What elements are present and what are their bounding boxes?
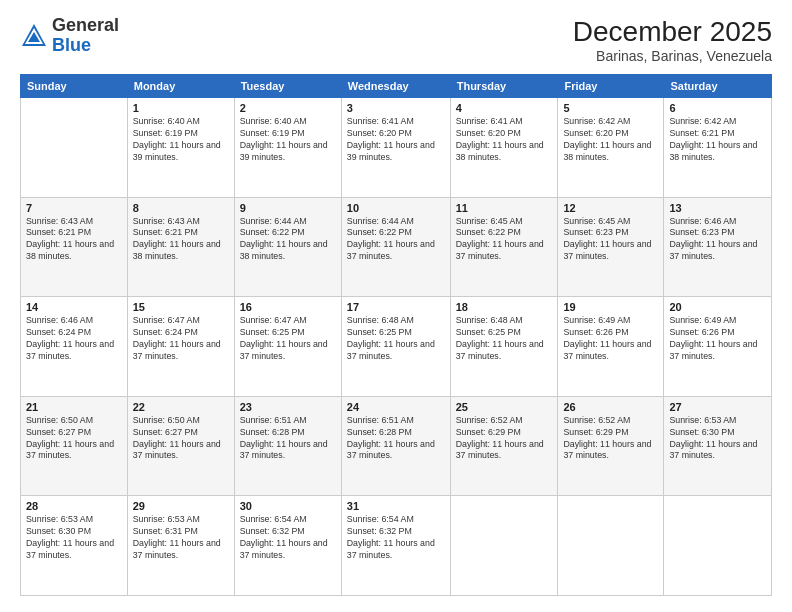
calendar-cell: 21Sunrise: 6:50 AMSunset: 6:27 PMDayligh… xyxy=(21,396,128,496)
cell-info: Sunrise: 6:40 AMSunset: 6:19 PMDaylight:… xyxy=(240,116,336,164)
calendar-cell: 28Sunrise: 6:53 AMSunset: 6:30 PMDayligh… xyxy=(21,496,128,596)
calendar-cell: 25Sunrise: 6:52 AMSunset: 6:29 PMDayligh… xyxy=(450,396,558,496)
cell-info: Sunrise: 6:52 AMSunset: 6:29 PMDaylight:… xyxy=(563,415,658,463)
cell-info: Sunrise: 6:51 AMSunset: 6:28 PMDaylight:… xyxy=(347,415,445,463)
calendar-week-row: 28Sunrise: 6:53 AMSunset: 6:30 PMDayligh… xyxy=(21,496,772,596)
calendar-cell: 10Sunrise: 6:44 AMSunset: 6:22 PMDayligh… xyxy=(341,197,450,297)
calendar-cell: 29Sunrise: 6:53 AMSunset: 6:31 PMDayligh… xyxy=(127,496,234,596)
cell-info: Sunrise: 6:42 AMSunset: 6:21 PMDaylight:… xyxy=(669,116,766,164)
cell-info: Sunrise: 6:41 AMSunset: 6:20 PMDaylight:… xyxy=(347,116,445,164)
calendar-cell: 14Sunrise: 6:46 AMSunset: 6:24 PMDayligh… xyxy=(21,297,128,397)
logo-icon xyxy=(20,22,48,50)
calendar-cell: 2Sunrise: 6:40 AMSunset: 6:19 PMDaylight… xyxy=(234,98,341,198)
calendar-cell: 9Sunrise: 6:44 AMSunset: 6:22 PMDaylight… xyxy=(234,197,341,297)
calendar-cell: 6Sunrise: 6:42 AMSunset: 6:21 PMDaylight… xyxy=(664,98,772,198)
cell-info: Sunrise: 6:45 AMSunset: 6:22 PMDaylight:… xyxy=(456,216,553,264)
calendar-week-row: 1Sunrise: 6:40 AMSunset: 6:19 PMDaylight… xyxy=(21,98,772,198)
calendar-cell: 7Sunrise: 6:43 AMSunset: 6:21 PMDaylight… xyxy=(21,197,128,297)
day-number: 2 xyxy=(240,102,336,114)
cell-info: Sunrise: 6:46 AMSunset: 6:23 PMDaylight:… xyxy=(669,216,766,264)
logo-general-text: General xyxy=(52,15,119,35)
day-number: 17 xyxy=(347,301,445,313)
title-block: December 2025 Barinas, Barinas, Venezuel… xyxy=(573,16,772,64)
day-number: 1 xyxy=(133,102,229,114)
day-number: 14 xyxy=(26,301,122,313)
calendar-cell: 16Sunrise: 6:47 AMSunset: 6:25 PMDayligh… xyxy=(234,297,341,397)
cell-info: Sunrise: 6:46 AMSunset: 6:24 PMDaylight:… xyxy=(26,315,122,363)
cell-info: Sunrise: 6:54 AMSunset: 6:32 PMDaylight:… xyxy=(347,514,445,562)
calendar-cell: 19Sunrise: 6:49 AMSunset: 6:26 PMDayligh… xyxy=(558,297,664,397)
calendar-cell: 1Sunrise: 6:40 AMSunset: 6:19 PMDaylight… xyxy=(127,98,234,198)
calendar-header-thursday: Thursday xyxy=(450,75,558,98)
calendar-cell: 27Sunrise: 6:53 AMSunset: 6:30 PMDayligh… xyxy=(664,396,772,496)
day-number: 28 xyxy=(26,500,122,512)
day-number: 10 xyxy=(347,202,445,214)
cell-info: Sunrise: 6:44 AMSunset: 6:22 PMDaylight:… xyxy=(240,216,336,264)
day-number: 27 xyxy=(669,401,766,413)
day-number: 19 xyxy=(563,301,658,313)
cell-info: Sunrise: 6:43 AMSunset: 6:21 PMDaylight:… xyxy=(26,216,122,264)
calendar-cell: 15Sunrise: 6:47 AMSunset: 6:24 PMDayligh… xyxy=(127,297,234,397)
month-year: December 2025 xyxy=(573,16,772,48)
location: Barinas, Barinas, Venezuela xyxy=(573,48,772,64)
day-number: 8 xyxy=(133,202,229,214)
calendar-cell xyxy=(21,98,128,198)
calendar-header-wednesday: Wednesday xyxy=(341,75,450,98)
calendar-week-row: 7Sunrise: 6:43 AMSunset: 6:21 PMDaylight… xyxy=(21,197,772,297)
day-number: 20 xyxy=(669,301,766,313)
calendar-cell xyxy=(558,496,664,596)
calendar-cell: 31Sunrise: 6:54 AMSunset: 6:32 PMDayligh… xyxy=(341,496,450,596)
day-number: 9 xyxy=(240,202,336,214)
calendar-cell: 5Sunrise: 6:42 AMSunset: 6:20 PMDaylight… xyxy=(558,98,664,198)
calendar-page: General Blue December 2025 Barinas, Bari… xyxy=(0,0,792,612)
cell-info: Sunrise: 6:45 AMSunset: 6:23 PMDaylight:… xyxy=(563,216,658,264)
day-number: 23 xyxy=(240,401,336,413)
calendar-week-row: 14Sunrise: 6:46 AMSunset: 6:24 PMDayligh… xyxy=(21,297,772,397)
cell-info: Sunrise: 6:47 AMSunset: 6:24 PMDaylight:… xyxy=(133,315,229,363)
cell-info: Sunrise: 6:40 AMSunset: 6:19 PMDaylight:… xyxy=(133,116,229,164)
logo-text: General Blue xyxy=(52,16,119,56)
calendar-cell xyxy=(664,496,772,596)
calendar-cell: 20Sunrise: 6:49 AMSunset: 6:26 PMDayligh… xyxy=(664,297,772,397)
day-number: 15 xyxy=(133,301,229,313)
cell-info: Sunrise: 6:53 AMSunset: 6:30 PMDaylight:… xyxy=(26,514,122,562)
calendar-cell: 11Sunrise: 6:45 AMSunset: 6:22 PMDayligh… xyxy=(450,197,558,297)
calendar-cell: 22Sunrise: 6:50 AMSunset: 6:27 PMDayligh… xyxy=(127,396,234,496)
day-number: 13 xyxy=(669,202,766,214)
day-number: 11 xyxy=(456,202,553,214)
header: General Blue December 2025 Barinas, Bari… xyxy=(20,16,772,64)
calendar-header-friday: Friday xyxy=(558,75,664,98)
cell-info: Sunrise: 6:51 AMSunset: 6:28 PMDaylight:… xyxy=(240,415,336,463)
cell-info: Sunrise: 6:52 AMSunset: 6:29 PMDaylight:… xyxy=(456,415,553,463)
cell-info: Sunrise: 6:48 AMSunset: 6:25 PMDaylight:… xyxy=(347,315,445,363)
day-number: 25 xyxy=(456,401,553,413)
cell-info: Sunrise: 6:41 AMSunset: 6:20 PMDaylight:… xyxy=(456,116,553,164)
calendar-cell: 17Sunrise: 6:48 AMSunset: 6:25 PMDayligh… xyxy=(341,297,450,397)
calendar-cell: 18Sunrise: 6:48 AMSunset: 6:25 PMDayligh… xyxy=(450,297,558,397)
day-number: 5 xyxy=(563,102,658,114)
day-number: 24 xyxy=(347,401,445,413)
calendar-cell: 13Sunrise: 6:46 AMSunset: 6:23 PMDayligh… xyxy=(664,197,772,297)
cell-info: Sunrise: 6:50 AMSunset: 6:27 PMDaylight:… xyxy=(26,415,122,463)
cell-info: Sunrise: 6:49 AMSunset: 6:26 PMDaylight:… xyxy=(669,315,766,363)
cell-info: Sunrise: 6:53 AMSunset: 6:31 PMDaylight:… xyxy=(133,514,229,562)
cell-info: Sunrise: 6:44 AMSunset: 6:22 PMDaylight:… xyxy=(347,216,445,264)
day-number: 22 xyxy=(133,401,229,413)
cell-info: Sunrise: 6:47 AMSunset: 6:25 PMDaylight:… xyxy=(240,315,336,363)
calendar-cell: 23Sunrise: 6:51 AMSunset: 6:28 PMDayligh… xyxy=(234,396,341,496)
day-number: 18 xyxy=(456,301,553,313)
day-number: 7 xyxy=(26,202,122,214)
cell-info: Sunrise: 6:50 AMSunset: 6:27 PMDaylight:… xyxy=(133,415,229,463)
day-number: 29 xyxy=(133,500,229,512)
calendar-header-tuesday: Tuesday xyxy=(234,75,341,98)
calendar-cell: 8Sunrise: 6:43 AMSunset: 6:21 PMDaylight… xyxy=(127,197,234,297)
day-number: 21 xyxy=(26,401,122,413)
logo-blue-text: Blue xyxy=(52,35,91,55)
calendar-cell: 4Sunrise: 6:41 AMSunset: 6:20 PMDaylight… xyxy=(450,98,558,198)
calendar-cell: 12Sunrise: 6:45 AMSunset: 6:23 PMDayligh… xyxy=(558,197,664,297)
calendar-header-saturday: Saturday xyxy=(664,75,772,98)
calendar-cell: 26Sunrise: 6:52 AMSunset: 6:29 PMDayligh… xyxy=(558,396,664,496)
day-number: 12 xyxy=(563,202,658,214)
day-number: 26 xyxy=(563,401,658,413)
day-number: 16 xyxy=(240,301,336,313)
